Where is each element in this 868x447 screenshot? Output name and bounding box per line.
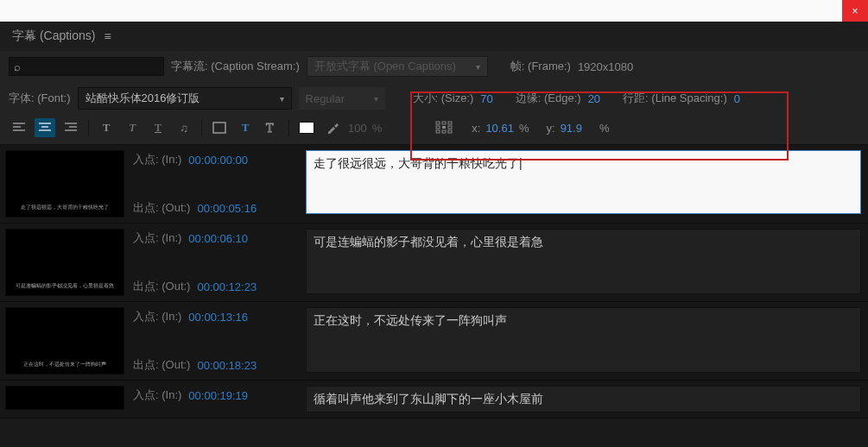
in-label: 入点: (In:) [133,309,181,324]
svg-text:T: T [266,122,274,135]
text-outline-button[interactable]: T [261,118,282,137]
caption-text-input[interactable]: 走了很远很远，大哥背的干粮快吃光了 [306,150,861,214]
caption-row[interactable]: 正在这时，不远处传来了一阵狗叫声 入点: (In:)00:00:13:16 出点… [0,302,868,381]
format-row: T T T ♫ T T 100 % x: 10.61 % y: 91.9 % [0,115,868,145]
chevron-down-icon: ▾ [476,62,480,72]
captions-list: 走了很远很远，大哥背的干粮快吃光了 入点: (In:)00:00:00:00 出… [0,145,868,419]
stream-dropdown[interactable]: 开放式字幕 (Open Captions) ▾ [307,56,488,77]
svg-rect-12 [442,122,446,124]
panel-title: 字幕 (Captions) [12,28,95,44]
x-value[interactable]: 10.61 [485,122,514,135]
underline-button[interactable]: T [148,118,168,137]
eyedropper-button[interactable] [322,118,343,137]
out-value[interactable]: 00:00:18:23 [197,359,257,372]
out-label: 出点: (Out:) [133,279,190,294]
out-label: 出点: (Out:) [133,357,190,373]
size-label: 大小: (Size:) [413,91,474,106]
in-label: 入点: (In:) [133,387,181,403]
font-row: 字体: (Font:) 站酷快乐体2016修订版 ▾ Regular ▾ 大小:… [0,82,868,115]
caption-row[interactable]: 可是连蝙蝠的影子都没见着，心里很是着急 入点: (In:)00:00:06:10… [0,224,868,302]
svg-rect-18 [442,130,446,133]
svg-rect-15 [442,126,446,129]
svg-rect-9 [213,123,225,133]
stream-label: 字幕流: (Caption Stream:) [171,59,300,74]
in-value[interactable]: 00:00:00:00 [188,154,248,167]
y-unit: % [599,122,610,135]
in-label: 入点: (In:) [133,152,181,167]
search-icon: ⌕ [14,60,21,73]
caption-text-input[interactable]: 可是连蝙蝠的影子都没见着，心里很是着急 [306,229,861,294]
stream-value: 开放式字幕 (Open Captions) [314,59,456,74]
svg-rect-19 [448,130,452,133]
window-close-button[interactable]: × [842,0,868,22]
caption-row[interactable]: 走了很远很远，大哥背的干粮快吃光了 入点: (In:)00:00:00:00 出… [0,145,868,224]
titlebar: × [0,0,868,22]
font-dropdown[interactable]: 站酷快乐体2016修订版 ▾ [78,87,292,110]
x-unit: % [519,122,529,135]
out-value[interactable]: 00:00:12:23 [197,280,257,293]
edge-label: 边缘: (Edge:) [516,91,581,106]
in-value[interactable]: 00:00:13:16 [188,311,248,324]
chevron-down-icon: ▾ [280,94,284,104]
font-value: 站酷快乐体2016修订版 [86,91,200,106]
y-value[interactable]: 91.9 [561,122,582,135]
x-label: x: [472,122,480,135]
search-input[interactable]: ⌕ [9,57,164,76]
out-value[interactable]: 00:00:05:16 [197,202,257,215]
font-label: 字体: (Font:) [9,91,71,106]
stream-row: ⌕ 字幕流: (Caption Stream:) 开放式字幕 (Open Cap… [0,51,868,82]
text-fill-button[interactable]: T [235,118,256,137]
opacity-value[interactable]: 100 [348,122,367,135]
chevron-down-icon: ▾ [374,94,378,104]
close-icon: × [852,5,858,17]
caption-text-input[interactable]: 循着叫声他来到了东山脚下的一座小木屋前 [306,386,861,412]
caption-thumbnail: 正在这时，不远处传来了一阵狗叫声 [5,307,124,375]
spacing-value[interactable]: 0 [734,92,740,105]
svg-rect-14 [436,126,440,129]
y-label: y: [547,122,555,135]
edge-value[interactable]: 20 [588,92,600,105]
out-label: 出点: (Out:) [133,200,190,216]
frame-value[interactable]: 1920x1080 [578,60,633,73]
caption-thumbnail: 走了很远很远，大哥背的干粮快吃光了 [5,150,124,217]
color-swatch[interactable] [296,118,317,137]
frame-label: 帧: (Frame:) [510,59,571,74]
position-grid-icon[interactable] [434,118,454,137]
in-value[interactable]: 00:00:19:19 [188,389,248,402]
box-outline-button[interactable] [209,118,230,137]
in-label: 入点: (In:) [133,230,181,246]
in-value[interactable]: 00:00:06:10 [188,232,248,245]
svg-rect-13 [448,122,452,124]
opacity-unit: % [372,122,383,135]
svg-rect-11 [436,122,440,124]
caption-text-input[interactable]: 正在这时，不远处传来了一阵狗叫声 [306,307,861,373]
panel-header: 字幕 (Captions) ≡ [0,22,868,51]
font-style-value: Regular [306,92,345,105]
bold-button[interactable]: T [96,118,117,137]
align-right-button[interactable] [60,118,81,137]
panel-menu-icon[interactable]: ≡ [104,29,111,43]
align-center-button[interactable] [35,118,55,137]
caption-thumbnail [5,386,124,410]
font-style-dropdown[interactable]: Regular ▾ [299,87,385,110]
caption-row[interactable]: 入点: (In:)00:00:19:19 循着叫声他来到了东山脚下的一座小木屋前 [0,381,868,419]
italic-button[interactable]: T [122,118,143,137]
size-value[interactable]: 70 [480,92,492,105]
spacing-label: 行距: (Line Spacing:) [623,91,727,106]
svg-rect-17 [436,130,440,133]
music-note-button[interactable]: ♫ [174,118,194,137]
svg-rect-16 [448,126,452,129]
caption-thumbnail: 可是连蝙蝠的影子都没见着，心里很是着急 [5,229,124,296]
align-left-button[interactable] [9,118,29,137]
